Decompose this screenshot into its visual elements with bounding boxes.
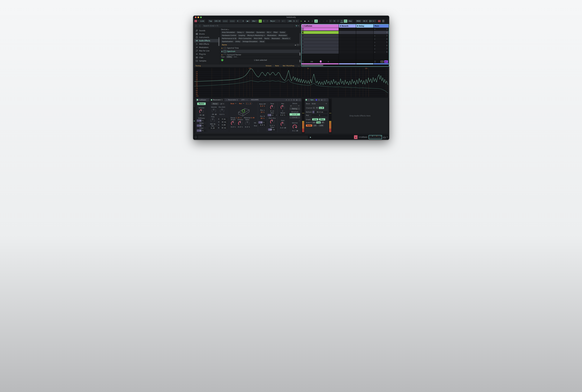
empty-clip-slot[interactable] bbox=[356, 41, 374, 44]
category-chip-pitch-shift[interactable]: Pitch Shift bbox=[253, 37, 263, 40]
note-off-field[interactable]: 0.0 % bbox=[260, 105, 265, 107]
noise-freq-knob[interactable] bbox=[210, 118, 215, 123]
loop-button[interactable]: ⟲ bbox=[333, 20, 336, 23]
scene-launch-icon[interactable]: ▶ bbox=[374, 45, 376, 46]
routing-pill[interactable]: 1 → 2 bbox=[245, 102, 252, 104]
category-chip-performance-dj[interactable]: Performance & DJ bbox=[221, 37, 237, 40]
category-chip-racks[interactable]: Racks bbox=[264, 37, 270, 40]
sidebar-item-audio-effects[interactable]: Audio Effects bbox=[194, 39, 220, 42]
sidebar-item-drums[interactable]: Drums bbox=[194, 32, 220, 36]
tag-chip[interactable]: Utility bbox=[226, 56, 233, 58]
link-button[interactable]: Link bbox=[199, 20, 205, 23]
category-chip-looping[interactable]: Looping bbox=[238, 34, 246, 37]
tuning-octave-button[interactable]: Octave bbox=[266, 65, 271, 67]
sidebar-item-midi-effects[interactable]: MIDI Effects bbox=[194, 42, 220, 46]
envelope-d-field[interactable]: 16 ms bbox=[220, 121, 228, 123]
scene-launch-icon[interactable]: ▶ bbox=[374, 48, 376, 50]
menu-icon[interactable] bbox=[382, 20, 384, 22]
scene-slot[interactable]: ▶8 bbox=[374, 50, 388, 54]
noise-tab[interactable]: Noise bbox=[212, 102, 219, 105]
empty-clip-slot[interactable] bbox=[302, 34, 338, 38]
live-logo-icon[interactable] bbox=[194, 20, 197, 22]
retrigger-button[interactable]: Retrig. bbox=[290, 108, 300, 110]
hit-slider[interactable]: 50 % bbox=[258, 121, 266, 124]
tuning-ref-pitch-button[interactable]: Ref. Pitch/Freq bbox=[283, 65, 294, 67]
mallet-color-slider[interactable]: 50 % bbox=[197, 130, 206, 132]
envelope-r-field[interactable]: 16 ms bbox=[220, 127, 228, 129]
empty-clip-slot[interactable] bbox=[356, 44, 374, 47]
list-item-spectral-time[interactable]: ▶Spectral Time bbox=[221, 46, 300, 50]
more-options-icon[interactable]: ⋯ bbox=[298, 99, 301, 101]
scene-slot[interactable]: ▶1 bbox=[374, 28, 388, 31]
solo-s-button[interactable]: S bbox=[290, 99, 292, 101]
refresh-slider[interactable]: 60.0 ms bbox=[312, 111, 328, 113]
category-chip-resonator[interactable]: Resonator bbox=[271, 37, 281, 40]
empty-clip-slot[interactable] bbox=[339, 41, 356, 44]
cpu-meter[interactable]: 6 %▼ bbox=[369, 20, 376, 23]
filter-button[interactable]: ▼ bbox=[294, 24, 301, 28]
noise-res-field[interactable]: 0.20 bbox=[208, 127, 217, 129]
empty-clip-slot[interactable] bbox=[339, 38, 356, 40]
stiffness-slider[interactable]: 50 % bbox=[197, 120, 206, 122]
empty-clip-slot[interactable] bbox=[339, 28, 356, 31]
empty-clip-slot[interactable] bbox=[356, 34, 374, 38]
tempo-field[interactable]: 133.33 bbox=[214, 20, 222, 23]
empty-clip-slot[interactable] bbox=[302, 50, 338, 54]
scene-launch-icon[interactable]: ▶ bbox=[374, 42, 376, 43]
scene-slot[interactable]: ▶3 bbox=[374, 34, 388, 38]
track-stop-button[interactable] bbox=[302, 60, 304, 63]
clip-detail-tab[interactable]: ▲ bbox=[354, 135, 358, 139]
levels-view-icon[interactable] bbox=[383, 136, 386, 138]
expand-arrow-icon[interactable]: ▶ bbox=[222, 47, 223, 49]
expand-arrow-icon[interactable]: ▶ bbox=[222, 51, 223, 52]
graph-line-button[interactable]: Line bbox=[312, 118, 318, 120]
scene-slot[interactable]: ▶5 bbox=[374, 41, 388, 44]
tap-tempo-button[interactable]: Tap bbox=[208, 20, 213, 23]
scene-slot[interactable]: ▶6 bbox=[374, 44, 388, 47]
channel-lr-button[interactable]: L+R bbox=[319, 107, 324, 109]
save-preset-icon[interactable]: ▪ bbox=[321, 99, 323, 101]
mallet-tab[interactable]: Mallet bbox=[197, 102, 206, 105]
session-horizontal-scrollbar[interactable] bbox=[302, 64, 339, 66]
sort-arrow-icon[interactable]: ▲ bbox=[295, 44, 296, 46]
empty-clip-slot[interactable] bbox=[339, 44, 356, 47]
empty-clip-slot[interactable] bbox=[339, 34, 356, 38]
gain-knob[interactable] bbox=[280, 122, 286, 127]
scene-launch-icon[interactable]: ▶ bbox=[374, 38, 376, 40]
category-chip-vocal[interactable]: Vocal bbox=[259, 40, 265, 43]
clip-stop-icon[interactable] bbox=[302, 45, 304, 46]
save-preset-icon[interactable]: ▪ bbox=[296, 99, 298, 101]
fine-slider[interactable]: 0 ct bbox=[268, 114, 276, 116]
structure-1-2-parallel-button[interactable]: 1 + 2 bbox=[290, 116, 300, 118]
clip-stop-icon[interactable] bbox=[302, 42, 304, 43]
list-item-surround-panner[interactable]: ▶Surround Panner bbox=[221, 53, 300, 55]
chevron-down-icon[interactable]: ▼ bbox=[387, 136, 388, 138]
empty-clip-slot[interactable] bbox=[356, 47, 374, 50]
scale-lin-button[interactable]: Lin bbox=[312, 121, 316, 124]
devices-header[interactable]: Devices ▼ bbox=[221, 28, 300, 31]
randomize-icon[interactable]: ↻ bbox=[293, 99, 295, 101]
clip-stop-icon[interactable] bbox=[302, 35, 304, 36]
more-options-icon[interactable]: ••• bbox=[297, 44, 299, 46]
record-button[interactable]: ● bbox=[307, 20, 310, 23]
output-volume-knob[interactable] bbox=[292, 124, 298, 130]
empty-clip-slot[interactable] bbox=[356, 38, 374, 40]
stop-all-clips-button[interactable] bbox=[374, 60, 376, 63]
empty-clip-slot[interactable] bbox=[302, 47, 338, 50]
category-chip-mixing-mastering-[interactable]: Mixing & Mastering > bbox=[246, 34, 266, 37]
sidebar-item-modulators[interactable]: Modulators bbox=[194, 46, 220, 49]
sidebar-item-sounds[interactable]: Sounds bbox=[194, 29, 220, 32]
channel-l-button[interactable]: L bbox=[313, 107, 315, 109]
scene-slot[interactable]: ▶4 bbox=[374, 38, 388, 40]
nudge-down-button[interactable]: |||| bbox=[222, 20, 228, 23]
category-chip-vintage-emulation[interactable]: Vintage Emulation bbox=[242, 40, 258, 43]
back-to-arrangement-button[interactable]: ▶≡ bbox=[384, 60, 388, 63]
fold-device-icon[interactable]: ⇩ bbox=[308, 99, 310, 101]
scale-log-button[interactable]: Log bbox=[316, 121, 321, 124]
category-chip-eq-[interactable]: EQ > bbox=[266, 31, 272, 34]
range-low-field[interactable]: -106 bbox=[318, 124, 324, 127]
voices-menu[interactable]: 4▼ bbox=[290, 105, 300, 107]
filter-type-menu[interactable]: LP▼ bbox=[220, 103, 225, 105]
beam-illustration[interactable] bbox=[236, 105, 252, 116]
capture-midi-button[interactable]: O bbox=[326, 20, 328, 23]
